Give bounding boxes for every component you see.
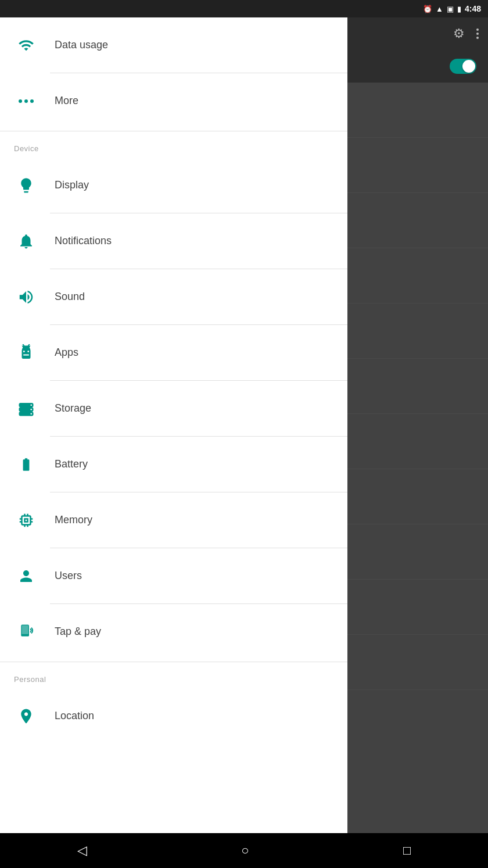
right-row: [347, 138, 488, 193]
svg-point-6: [31, 409, 33, 410]
tap-pay-icon: [14, 620, 38, 644]
sidebar-item-label-memory: Memory: [55, 514, 92, 526]
toggle-knob: [462, 60, 475, 73]
svg-point-1: [28, 351, 30, 352]
signal-icon: ▣: [447, 5, 454, 13]
right-row: [347, 359, 488, 414]
toggle-area: [347, 50, 488, 83]
top-action-bar: ⚙: [347, 17, 488, 50]
right-row: [347, 469, 488, 524]
right-row: [347, 414, 488, 469]
battery-icon: ▮: [457, 5, 461, 13]
right-row: [347, 303, 488, 359]
sidebar-item-label-more: More: [55, 95, 78, 107]
toggle-switch[interactable]: [450, 59, 476, 74]
back-button[interactable]: ◁: [77, 843, 87, 858]
right-row: [347, 83, 488, 138]
sidebar-item-location[interactable]: Location: [0, 688, 347, 744]
users-icon: [14, 564, 38, 588]
right-row: [347, 635, 488, 690]
apps-icon: [14, 341, 38, 365]
sidebar-item-label-users: Users: [55, 570, 82, 582]
sidebar-item-sound[interactable]: Sound: [0, 269, 347, 324]
right-row: [347, 193, 488, 248]
sidebar-item-label-sound: Sound: [55, 291, 85, 303]
sidebar-item-display[interactable]: Display: [0, 158, 347, 213]
alarm-icon: ⏰: [423, 5, 432, 13]
sidebar-item-data-usage[interactable]: Data usage: [0, 17, 347, 73]
storage-icon: [14, 397, 38, 421]
notifications-icon: [14, 229, 38, 253]
sidebar-item-memory[interactable]: Memory: [0, 492, 347, 548]
sidebar-item-label-tap-pay: Tap & pay: [55, 626, 101, 638]
sound-icon: [14, 285, 38, 309]
gear-icon[interactable]: ⚙: [453, 26, 465, 41]
more-vertical-icon[interactable]: [476, 27, 479, 40]
home-button[interactable]: ○: [241, 843, 249, 858]
device-section-header: Device: [0, 134, 347, 158]
personal-section-header: Personal: [0, 665, 347, 688]
svg-point-0: [23, 351, 25, 352]
sidebar-item-notifications[interactable]: Notifications: [0, 213, 347, 269]
left-menu: Data usage More Device Display: [0, 0, 347, 868]
menu-scroll: Data usage More Device Display: [0, 17, 347, 868]
sidebar-item-label-storage: Storage: [55, 402, 91, 415]
display-icon: [14, 173, 38, 198]
svg-point-7: [31, 413, 33, 415]
wifi-icon: ▲: [436, 5, 443, 13]
right-row: [347, 580, 488, 635]
bottom-nav-bar: ◁ ○ □: [0, 833, 488, 868]
sidebar-item-battery[interactable]: Battery: [0, 437, 347, 492]
sidebar-item-label-location: Location: [55, 710, 94, 722]
right-rows: [347, 83, 488, 833]
recents-button[interactable]: □: [403, 843, 411, 858]
svg-rect-9: [22, 625, 28, 634]
svg-rect-2: [23, 354, 29, 355]
right-row: [347, 524, 488, 580]
more-dots-icon: [14, 89, 38, 113]
sidebar-item-label-apps: Apps: [55, 347, 78, 359]
svg-point-5: [31, 404, 33, 406]
svg-line-4: [28, 344, 30, 346]
right-row: [347, 248, 488, 303]
sidebar-item-label-notifications: Notifications: [55, 235, 112, 247]
sidebar-item-label-battery: Battery: [55, 458, 88, 470]
status-time: 4:48: [465, 4, 481, 13]
sidebar-item-tap-pay[interactable]: Tap & pay: [0, 604, 347, 659]
sidebar-item-apps[interactable]: Apps: [0, 325, 347, 380]
svg-line-3: [23, 344, 24, 346]
data-usage-icon: [14, 33, 38, 58]
personal-section-divider: [0, 662, 347, 662]
status-bar: ⏰ ▲ ▣ ▮ 4:48: [0, 0, 488, 17]
sidebar-item-more[interactable]: More: [0, 73, 347, 128]
battery-full-icon: [14, 452, 38, 477]
location-icon: [14, 704, 38, 728]
memory-chip-icon: [14, 508, 38, 533]
sidebar-item-storage[interactable]: Storage: [0, 381, 347, 436]
sidebar-item-label-display: Display: [55, 179, 89, 191]
sidebar-item-users[interactable]: Users: [0, 548, 347, 603]
device-section-divider: [0, 131, 347, 131]
sidebar-item-label-data-usage: Data usage: [55, 39, 108, 51]
